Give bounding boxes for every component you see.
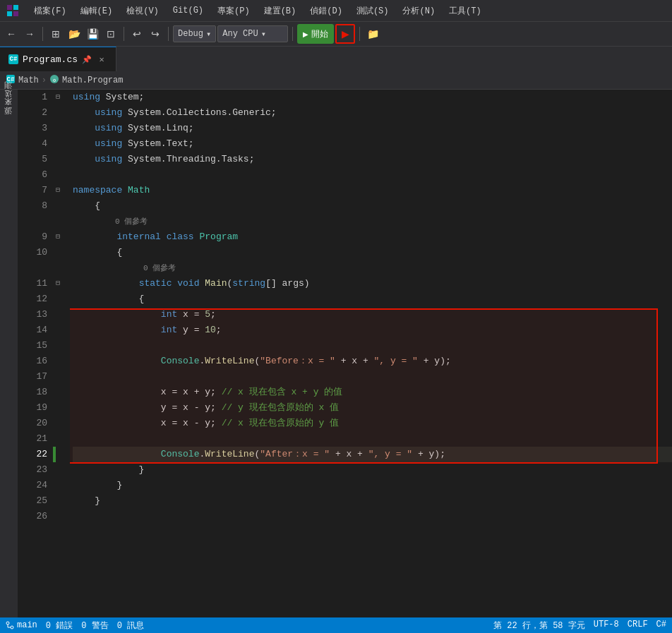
code-line-4[interactable]: using System.Text; bbox=[73, 136, 672, 152]
debug-mode-label: Debug bbox=[178, 29, 203, 39]
code-line-20[interactable]: x = x - y; // x 現在包含原始的 y 值 bbox=[73, 416, 672, 431]
menu-git[interactable]: Git(G) bbox=[167, 4, 209, 17]
ln-1: 1 bbox=[18, 90, 47, 105]
code-line-21[interactable] bbox=[73, 431, 672, 447]
encoding: UTF-8 bbox=[594, 620, 619, 632]
extra-button[interactable]: 📁 bbox=[364, 25, 381, 42]
save-all-button[interactable]: ⊡ bbox=[102, 25, 119, 42]
code-line-10[interactable]: { bbox=[73, 245, 672, 260]
svg-point-9 bbox=[11, 626, 13, 629]
platform-dropdown[interactable]: Any CPU ▾ bbox=[217, 25, 288, 42]
menu-analyze[interactable]: 分析(N) bbox=[397, 4, 440, 18]
collapse-9[interactable]: ⊟ bbox=[56, 229, 60, 245]
breadcrumb-namespace[interactable]: Math bbox=[18, 76, 39, 85]
code-content[interactable]: using System; using System.Collections.G… bbox=[70, 90, 672, 617]
sep4 bbox=[292, 27, 293, 41]
side-icon-2[interactable]: 送 bbox=[2, 101, 16, 107]
code-line-24[interactable]: } bbox=[73, 478, 672, 493]
tab-close-button[interactable]: ✕ bbox=[96, 54, 107, 65]
ln-15: 15 bbox=[18, 338, 47, 354]
code-line-18[interactable]: x = x + y; // x 現在包含 x + y 的值 bbox=[73, 385, 672, 400]
breadcrumb-class[interactable]: Math.Program bbox=[62, 76, 123, 85]
git-branch: main bbox=[6, 620, 37, 630]
redo-button[interactable]: ↪ bbox=[147, 25, 164, 42]
menu-file[interactable]: 檔案(F) bbox=[28, 4, 72, 18]
ln-26: 26 bbox=[18, 509, 47, 524]
code-line-5[interactable]: using System.Threading.Tasks; bbox=[73, 152, 672, 167]
chevron-down-icon: ▾ bbox=[206, 29, 211, 40]
code-line-17[interactable] bbox=[73, 369, 672, 385]
code-line-2[interactable]: using System.Collections.Generic; bbox=[73, 105, 672, 121]
menu-project[interactable]: 專案(P) bbox=[212, 4, 256, 18]
side-icon-3[interactable]: 來 bbox=[2, 109, 16, 115]
menu-test[interactable]: 測試(S) bbox=[351, 4, 395, 18]
menu-debug[interactable]: 偵錯(D) bbox=[304, 4, 348, 18]
code-line-3[interactable]: using System.Linq; bbox=[73, 121, 672, 136]
debug-mode-dropdown[interactable]: Debug ▾ bbox=[173, 25, 216, 42]
errors-count: 0 錯誤 bbox=[46, 620, 73, 632]
menu-tools[interactable]: 工具(T) bbox=[443, 4, 487, 18]
save-button[interactable]: 💾 bbox=[84, 25, 101, 42]
branch-name: main bbox=[17, 620, 37, 630]
code-line-15[interactable] bbox=[73, 338, 672, 354]
code-line-22[interactable]: Console.WriteLine("After：x = " + x + ", … bbox=[73, 447, 672, 462]
ln-3: 3 bbox=[18, 121, 47, 136]
side-icon-1[interactable]: 測 bbox=[2, 92, 16, 98]
code-line-13[interactable]: int x = 5; bbox=[73, 307, 672, 322]
menu-build[interactable]: 建置(B) bbox=[258, 4, 302, 18]
code-line-6[interactable] bbox=[73, 167, 672, 183]
sep2 bbox=[124, 27, 124, 41]
gutter: ⊟ ⊟ ⊟ ⊟ bbox=[53, 90, 70, 617]
code-line-23[interactable]: } bbox=[73, 462, 672, 478]
code-line-1[interactable]: using System; bbox=[73, 90, 672, 105]
ln-6: 6 bbox=[18, 167, 47, 183]
cursor-position: 第 22 行，第 58 字元 bbox=[493, 620, 585, 632]
code-line-25[interactable]: } bbox=[73, 493, 672, 509]
ln-23: 23 bbox=[18, 462, 47, 478]
code-line-8[interactable]: { bbox=[73, 198, 672, 214]
line-ending: CRLF bbox=[628, 620, 648, 632]
ln-20: 20 bbox=[18, 416, 47, 431]
start-button[interactable]: ▶ 開始 bbox=[297, 24, 334, 44]
ln-25: 25 bbox=[18, 493, 47, 509]
code-line-12[interactable]: { bbox=[73, 291, 672, 307]
ln-18: 18 bbox=[18, 385, 47, 400]
menu-edit[interactable]: 編輯(E) bbox=[75, 4, 119, 18]
code-area: 1 2 3 4 5 6 7 8 9 10 11 12 13 14 15 16 1… bbox=[18, 90, 672, 617]
code-line-14[interactable]: int y = 10; bbox=[73, 322, 672, 338]
code-line-19[interactable]: y = x - y; // y 現在包含原始的 x 值 bbox=[73, 400, 672, 416]
back-button[interactable]: ← bbox=[3, 25, 20, 42]
code-line-7[interactable]: namespace Math bbox=[73, 183, 672, 198]
tab-bar: C# Program.cs 📌 ✕ bbox=[0, 47, 672, 71]
ln-21: 21 bbox=[18, 431, 47, 447]
collapse-11[interactable]: ⊟ bbox=[56, 276, 60, 291]
ln-2: 2 bbox=[18, 105, 47, 121]
undo-button[interactable]: ↩ bbox=[128, 25, 145, 42]
tab-program-cs[interactable]: C# Program.cs 📌 ✕ bbox=[0, 47, 116, 71]
sep1 bbox=[42, 27, 43, 41]
code-line-9[interactable]: internal class Program bbox=[73, 229, 672, 245]
pin-icon[interactable]: 📌 bbox=[82, 55, 92, 64]
open-button[interactable]: 📂 bbox=[66, 25, 83, 42]
run-with-border-button[interactable]: ▶ bbox=[335, 24, 355, 44]
new-project-button[interactable]: ⊞ bbox=[47, 25, 64, 42]
ln-ref1 bbox=[18, 214, 47, 229]
code-line-ref1: 0 個參考 bbox=[73, 214, 672, 229]
menu-view[interactable]: 檢視(V) bbox=[121, 4, 164, 18]
breadcrumb-class-icon: ⚙ bbox=[49, 74, 59, 87]
code-line-26[interactable] bbox=[73, 509, 672, 524]
play-icon: ▶ bbox=[303, 30, 308, 38]
collapse-1[interactable]: ⊟ bbox=[56, 90, 60, 105]
side-icon-4[interactable]: 源 bbox=[2, 118, 16, 123]
collapse-7[interactable]: ⊟ bbox=[56, 183, 60, 198]
sep5 bbox=[359, 27, 360, 41]
code-line-16[interactable]: Console.WriteLine("Before：x = " + x + ",… bbox=[73, 354, 672, 369]
active-line-bar bbox=[53, 447, 56, 462]
ln-16: 16 bbox=[18, 354, 47, 369]
start-label: 開始 bbox=[311, 28, 328, 40]
ln-12: 12 bbox=[18, 291, 47, 307]
ln-9: 9 bbox=[18, 229, 47, 245]
code-line-11[interactable]: static void Main(string[] args) bbox=[73, 276, 672, 291]
forward-button[interactable]: → bbox=[21, 25, 38, 42]
breadcrumb-bar: C# Math › ⚙ Math.Program bbox=[0, 71, 672, 90]
